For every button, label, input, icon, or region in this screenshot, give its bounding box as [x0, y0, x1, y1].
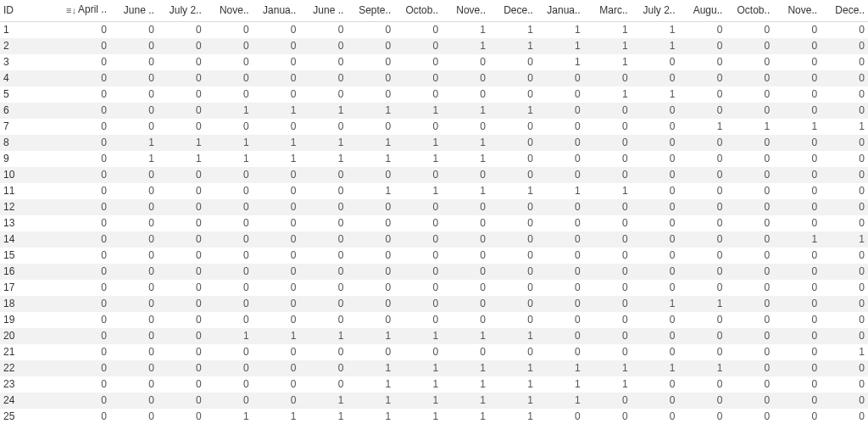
table-row[interactable]: 2400000111111000000: [0, 393, 868, 409]
table-row[interactable]: 600011111110000000: [0, 103, 868, 119]
data-cell: 0: [773, 248, 821, 264]
data-cell: 0: [205, 264, 253, 280]
column-header[interactable]: Janua..: [253, 0, 300, 21]
table-row[interactable]: 801111111100000000: [0, 135, 868, 151]
table-row[interactable]: 400000000000000000: [0, 70, 868, 86]
data-cell: 0: [63, 409, 110, 425]
data-cell: 0: [726, 199, 773, 215]
data-cell: 0: [773, 21, 821, 38]
data-cell: 0: [299, 86, 347, 103]
data-cell: 0: [489, 199, 537, 215]
table-row[interactable]: 1600000000000000000: [0, 264, 868, 280]
data-cell: 0: [489, 248, 537, 264]
data-cell: 1: [489, 376, 537, 393]
data-cell: 0: [347, 54, 394, 70]
data-cell: 0: [821, 199, 868, 215]
table-row[interactable]: 1800000000000011000: [0, 296, 868, 312]
data-cell: 0: [110, 199, 158, 215]
data-cell: 0: [442, 231, 489, 248]
data-cell: 0: [726, 70, 773, 86]
table-row[interactable]: 2100000000000000001: [0, 344, 868, 360]
data-cell: 0: [205, 215, 253, 231]
table-row[interactable]: 2500011111110000000: [0, 409, 868, 425]
data-cell: 0: [726, 38, 773, 54]
table-row[interactable]: 200000000111110000: [0, 38, 868, 54]
data-cell: 1: [158, 135, 205, 151]
data-cell: 0: [726, 167, 773, 183]
column-header[interactable]: June ..: [110, 0, 158, 21]
data-cell: 1: [347, 183, 394, 199]
table-row[interactable]: 2000011111110000000: [0, 328, 868, 344]
table-row[interactable]: 901111111100000000: [0, 151, 868, 167]
data-cell: 0: [442, 312, 489, 328]
column-header[interactable]: Nove..: [442, 0, 489, 21]
data-cell: 1: [253, 135, 300, 151]
column-header[interactable]: Marc..: [584, 0, 632, 21]
data-cell: 0: [773, 167, 821, 183]
column-header[interactable]: Septe..: [347, 0, 394, 21]
table-row[interactable]: 1900000000000000000: [0, 312, 868, 328]
column-header[interactable]: Dece..: [821, 0, 868, 21]
data-cell: 0: [394, 280, 442, 296]
column-header[interactable]: July 2..: [632, 0, 679, 21]
table-row[interactable]: 300000000001100000: [0, 54, 868, 70]
table-row[interactable]: 1200000000000000000: [0, 199, 868, 215]
data-cell: 0: [110, 296, 158, 312]
column-header[interactable]: Nove..: [773, 0, 821, 21]
column-header[interactable]: June ..: [299, 0, 347, 21]
table-row[interactable]: 1100000011111100000: [0, 183, 868, 199]
table-row[interactable]: 1300000000000000000: [0, 215, 868, 231]
data-cell: 0: [347, 21, 394, 38]
data-cell: 0: [726, 151, 773, 167]
data-cell: 0: [584, 248, 632, 264]
table-row[interactable]: 2300000011111100000: [0, 376, 868, 393]
table-row[interactable]: 1000000000000000000: [0, 167, 868, 183]
row-id-cell: 8: [0, 135, 63, 151]
data-cell: 1: [537, 38, 584, 54]
column-header[interactable]: Augu..: [678, 0, 726, 21]
data-cell: 0: [442, 248, 489, 264]
row-id-cell: 24: [0, 393, 63, 409]
column-header[interactable]: ≡↓April ..: [63, 0, 110, 21]
data-cell: 0: [205, 54, 253, 70]
data-cell: 0: [821, 393, 868, 409]
data-cell: 0: [158, 119, 205, 135]
data-cell: 0: [773, 296, 821, 312]
table-row[interactable]: 100000000111110000: [0, 21, 868, 38]
data-cell: 0: [299, 360, 347, 376]
table-row[interactable]: 1400000000000000011: [0, 231, 868, 248]
data-cell: 1: [253, 409, 300, 425]
data-table[interactable]: ID ≡↓April ..June ..July 2..Nove..Janua.…: [0, 0, 868, 425]
data-cell: 0: [821, 86, 868, 103]
table-row[interactable]: 2200000011111111000: [0, 360, 868, 376]
data-cell: 0: [253, 376, 300, 393]
data-cell: 0: [678, 280, 726, 296]
column-header[interactable]: Octob..: [726, 0, 773, 21]
row-id-cell: 13: [0, 215, 63, 231]
data-cell: 0: [821, 328, 868, 344]
column-header[interactable]: Nove..: [205, 0, 253, 21]
data-cell: 0: [726, 376, 773, 393]
table-row[interactable]: 1500000000000000000: [0, 248, 868, 264]
row-id-cell: 3: [0, 54, 63, 70]
column-header[interactable]: July 2..: [158, 0, 205, 21]
column-header[interactable]: Octob..: [394, 0, 442, 21]
data-cell: 1: [442, 393, 489, 409]
data-cell: 0: [299, 21, 347, 38]
data-cell: 0: [584, 296, 632, 312]
column-header[interactable]: Janua..: [537, 0, 584, 21]
data-cell: 0: [726, 215, 773, 231]
table-row[interactable]: 700000000000001111: [0, 119, 868, 135]
row-id-cell: 11: [0, 183, 63, 199]
column-header-id[interactable]: ID: [0, 0, 63, 21]
column-header[interactable]: Dece..: [489, 0, 537, 21]
data-cell: 0: [773, 344, 821, 360]
data-cell: 0: [205, 119, 253, 135]
row-id-cell: 17: [0, 280, 63, 296]
data-cell: 0: [678, 328, 726, 344]
data-cell: 0: [299, 264, 347, 280]
table-row[interactable]: 500000000000110000: [0, 86, 868, 103]
table-row[interactable]: 1700000000000000000: [0, 280, 868, 296]
data-cell: 0: [584, 344, 632, 360]
data-cell: 0: [678, 183, 726, 199]
